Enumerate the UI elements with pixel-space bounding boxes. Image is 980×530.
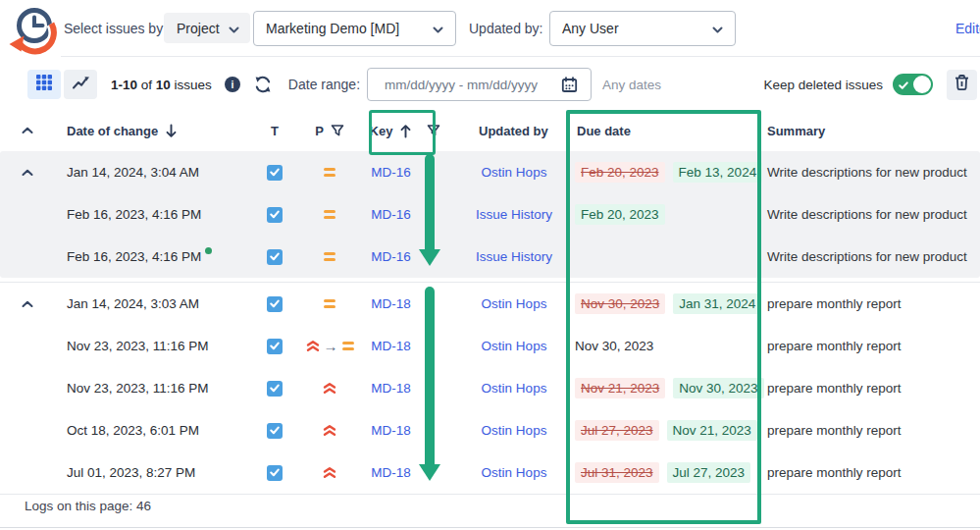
issue-key-link[interactable]: MD-18 xyxy=(371,465,411,480)
issue-key-link[interactable]: MD-18 xyxy=(371,381,411,396)
issue-key-link[interactable]: MD-18 xyxy=(371,296,411,311)
due-date-removed: Nov 21, 2023 xyxy=(575,378,665,398)
keep-deleted-toggle[interactable] xyxy=(893,74,933,95)
priority-medium-icon xyxy=(342,342,354,350)
column-due-date[interactable]: Due date xyxy=(577,124,631,138)
priority-medium-icon xyxy=(324,252,335,261)
task-type-icon xyxy=(267,423,283,439)
task-type-icon xyxy=(267,165,283,181)
priority-cell xyxy=(304,466,355,479)
change-date: Feb 16, 2023, 4:16 PM xyxy=(67,207,201,222)
updated-by-select[interactable]: Any User xyxy=(549,11,736,46)
priority-cell xyxy=(304,252,355,261)
change-date: Feb 16, 2023, 4:16 PM xyxy=(67,249,201,264)
line-chart-icon xyxy=(72,75,90,94)
view-switcher xyxy=(27,70,97,99)
new-entry-dot xyxy=(205,247,212,254)
key-filter-icon[interactable] xyxy=(427,124,440,137)
due-date-added: Jul 27, 2023 xyxy=(667,462,751,483)
refresh-icon[interactable] xyxy=(253,75,273,94)
issue-count: 1-10 of 10 issues xyxy=(111,78,212,92)
chart-view-button[interactable] xyxy=(64,70,97,99)
task-type-icon xyxy=(267,465,283,481)
project-select[interactable]: Marketing Demo [MD] xyxy=(253,11,456,46)
chevron-down-icon xyxy=(229,21,239,36)
priority-cell xyxy=(304,299,355,308)
updated-by-link[interactable]: Ostin Hops xyxy=(482,381,547,396)
priority-cell xyxy=(304,424,355,437)
column-date-of-change[interactable]: Date of change xyxy=(67,124,158,138)
column-summary[interactable]: Summary xyxy=(767,124,825,138)
row-expand-toggle[interactable] xyxy=(0,300,55,308)
bottom-divider xyxy=(0,527,980,528)
summary-text: prepare monthly report xyxy=(753,381,980,396)
summary-text: Write descriptions for new product xyxy=(753,207,980,222)
info-icon[interactable]: i xyxy=(225,77,240,92)
column-type[interactable]: T xyxy=(271,124,279,138)
updated-by-link[interactable]: Issue History xyxy=(476,249,552,264)
toggle-knob xyxy=(913,76,931,93)
row-expand-toggle[interactable] xyxy=(0,169,55,177)
project-select-value: Marketing Demo [MD] xyxy=(266,21,399,36)
grid-view-icon xyxy=(36,75,52,94)
updated-by-link[interactable]: Ostin Hops xyxy=(482,423,547,438)
updated-by-link[interactable]: Issue History xyxy=(476,207,552,222)
delete-logs-button[interactable] xyxy=(947,70,977,100)
project-dropdown-label: Project xyxy=(177,21,220,36)
check-icon xyxy=(898,78,909,95)
app-logo-clock-history-icon xyxy=(6,3,59,60)
task-type-icon xyxy=(267,381,283,397)
column-key[interactable]: Key xyxy=(370,124,393,138)
table-toolbar: 1-10 of 10 issues i Date range: xyxy=(27,68,661,101)
issue-group-md16: Jan 14, 2024, 3:04 AM MD-16 Ostin Hops F… xyxy=(0,151,980,278)
calendar-icon[interactable] xyxy=(561,77,578,93)
updated-by-link[interactable]: Ostin Hops xyxy=(482,165,547,180)
issue-key-link[interactable]: MD-18 xyxy=(371,339,411,353)
trash-icon xyxy=(954,74,970,95)
sort-ascending-icon[interactable] xyxy=(399,124,412,138)
due-date-cell: Nov 30, 2023 Jan 31, 2024 xyxy=(567,293,753,314)
issue-key-link[interactable]: MD-16 xyxy=(371,249,411,264)
logs-count-label: Logs on this page: 46 xyxy=(25,499,151,513)
transition-arrow-icon: → xyxy=(324,339,338,353)
column-priority[interactable]: P xyxy=(315,124,324,138)
column-updated-by[interactable]: Updated by xyxy=(479,124,548,138)
project-dropdown[interactable]: Project xyxy=(164,13,250,43)
summary-text: Write descriptions for new product xyxy=(753,249,980,264)
priority-cell xyxy=(304,210,355,219)
chevron-down-icon xyxy=(712,21,723,36)
priority-medium-icon xyxy=(324,210,335,219)
table-row: Jan 14, 2024, 3:04 AM MD-16 Ostin Hops F… xyxy=(0,151,980,193)
change-date: Jul 01, 2023, 8:27 PM xyxy=(67,465,195,480)
summary-text: prepare monthly report xyxy=(753,296,980,311)
collapse-all-icon[interactable] xyxy=(22,127,33,134)
table-view-button[interactable] xyxy=(27,70,61,99)
due-date-cell: Nov 30, 2023 xyxy=(567,339,753,353)
priority-high-icon xyxy=(323,424,336,437)
edited-link[interactable]: Edited xyxy=(955,21,980,36)
summary-text: Write descriptions for new product xyxy=(753,165,980,180)
updated-by-link[interactable]: Ostin Hops xyxy=(482,339,547,353)
due-date-value: Nov 30, 2023 xyxy=(575,339,653,353)
change-date: Oct 18, 2023, 6:01 PM xyxy=(67,423,199,438)
summary-text: prepare monthly report xyxy=(753,339,980,353)
sort-descending-icon[interactable] xyxy=(165,124,178,138)
issue-key-link[interactable]: MD-16 xyxy=(371,165,411,180)
priority-filter-icon[interactable] xyxy=(331,124,344,137)
select-issues-by-label: Select issues by: xyxy=(64,21,167,36)
change-date: Nov 23, 2023, 11:16 PM xyxy=(67,339,209,353)
task-type-icon xyxy=(267,249,283,265)
date-range-input[interactable] xyxy=(368,78,559,92)
table-row: Nov 23, 2023, 11:16 PM → MD-18 Ostin Hop… xyxy=(0,325,980,367)
due-date-removed: Nov 30, 2023 xyxy=(575,293,665,314)
chevron-down-icon xyxy=(433,21,443,36)
due-date-cell: Jul 31, 2023 Jul 27, 2023 xyxy=(567,462,753,483)
issue-key-link[interactable]: MD-18 xyxy=(371,423,411,438)
priority-medium-icon xyxy=(324,299,335,308)
updated-by-link[interactable]: Ostin Hops xyxy=(482,296,547,311)
issue-key-link[interactable]: MD-16 xyxy=(371,207,411,222)
updated-by-link[interactable]: Ostin Hops xyxy=(482,465,547,480)
priority-cell xyxy=(304,382,355,395)
change-date: Jan 14, 2024, 3:04 AM xyxy=(67,165,199,180)
change-date: Jan 14, 2024, 3:03 AM xyxy=(67,296,199,311)
